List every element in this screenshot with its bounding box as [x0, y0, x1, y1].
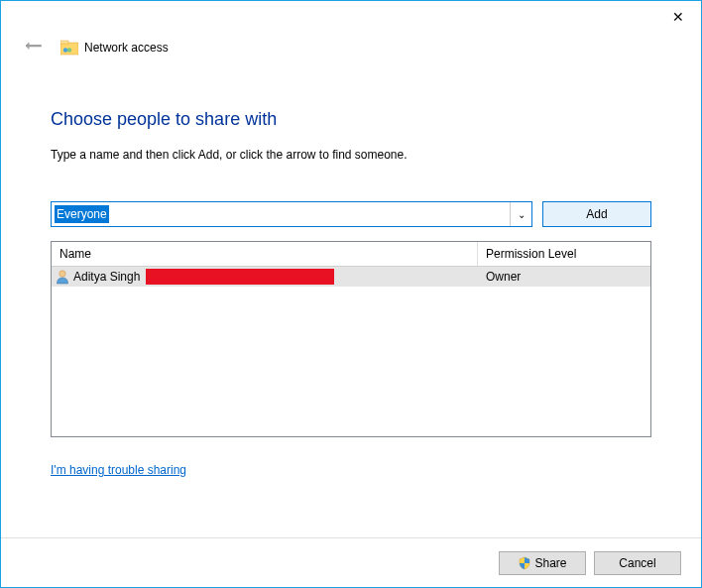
- dialog-window: ✕ 🠔 Network access Choose people to shar…: [0, 0, 702, 588]
- people-combobox[interactable]: Everyone ⌄: [51, 201, 532, 227]
- instruction-text: Type a name and then click Add, or click…: [51, 148, 651, 162]
- add-button[interactable]: Add: [542, 201, 651, 227]
- shield-icon: [518, 556, 531, 570]
- main-heading: Choose people to share with: [51, 109, 651, 130]
- trouble-sharing-link[interactable]: I'm having trouble sharing: [51, 463, 651, 477]
- user-icon: [56, 269, 69, 285]
- svg-point-2: [63, 48, 67, 52]
- content-area: Choose people to share with Type a name …: [1, 71, 701, 537]
- share-button-label: Share: [534, 556, 566, 570]
- svg-rect-1: [60, 41, 68, 44]
- user-name: Aditya Singh: [73, 270, 140, 284]
- titlebar: ✕: [1, 1, 701, 33]
- header-row: 🠔 Network access: [1, 33, 701, 71]
- list-body: Aditya Singh Owner: [52, 267, 650, 436]
- combobox-selected-text: Everyone: [55, 205, 109, 223]
- list-header: Name Permission Level: [52, 242, 650, 267]
- close-button[interactable]: ✕: [655, 1, 701, 33]
- footer: Share Cancel: [1, 537, 701, 587]
- close-icon: ✕: [672, 9, 684, 25]
- back-arrow-icon: 🠔: [25, 37, 43, 57]
- people-input[interactable]: [109, 202, 510, 226]
- chevron-down-icon: ⌄: [518, 209, 526, 220]
- column-header-permission[interactable]: Permission Level: [478, 242, 650, 266]
- input-row: Everyone ⌄ Add: [51, 201, 651, 227]
- cell-name: Aditya Singh: [52, 269, 478, 285]
- column-header-name[interactable]: Name: [52, 242, 478, 266]
- list-row[interactable]: Aditya Singh Owner: [52, 267, 650, 287]
- back-button[interactable]: 🠔: [21, 33, 47, 61]
- share-list: Name Permission Level Aditya Singh: [51, 241, 651, 437]
- combobox-dropdown-button[interactable]: ⌄: [510, 202, 531, 226]
- breadcrumb: Network access: [60, 40, 169, 56]
- share-button[interactable]: Share: [499, 551, 586, 575]
- page-title: Network access: [84, 41, 169, 55]
- cancel-button[interactable]: Cancel: [594, 551, 681, 575]
- redacted-block: [146, 269, 334, 285]
- svg-point-4: [59, 271, 65, 277]
- cell-permission: Owner: [478, 270, 650, 284]
- svg-point-3: [67, 48, 71, 52]
- network-folder-icon: [60, 40, 78, 56]
